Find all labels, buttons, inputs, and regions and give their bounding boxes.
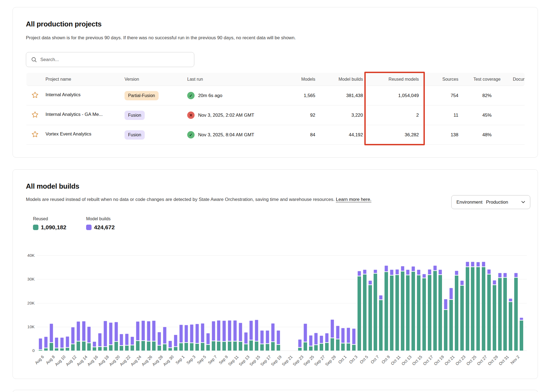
bar-segment-model-builds[interactable]	[55, 337, 58, 348]
bar-segment-reused[interactable]	[147, 341, 150, 351]
bar-segment-reused[interactable]	[417, 275, 420, 351]
bar-segment-reused[interactable]	[98, 347, 102, 351]
bar-segment-reused[interactable]	[390, 275, 393, 351]
bar-segment-model-builds[interactable]	[347, 328, 350, 343]
bar-segment-model-builds[interactable]	[298, 339, 302, 347]
bar-segment-model-builds[interactable]	[44, 337, 48, 348]
bar-segment-reused[interactable]	[482, 267, 485, 351]
bar-segment-model-builds[interactable]	[212, 321, 215, 341]
bar-segment-model-builds[interactable]	[487, 269, 491, 274]
bar-segment-model-builds[interactable]	[266, 330, 269, 343]
bar-segment-reused[interactable]	[352, 345, 356, 351]
bar-segment-model-builds[interactable]	[168, 341, 172, 348]
bar-segment-reused[interactable]	[184, 343, 188, 351]
bar-segment-model-builds[interactable]	[433, 266, 437, 270]
bar-segment-model-builds[interactable]	[190, 324, 193, 343]
bar-segment-reused[interactable]	[498, 278, 502, 351]
bar-segment-model-builds[interactable]	[120, 334, 123, 345]
bar-segment-reused[interactable]	[406, 275, 410, 351]
bar-segment-model-builds[interactable]	[163, 327, 166, 344]
bar-segment-reused[interactable]	[212, 341, 215, 351]
bar-segment-model-builds[interactable]	[184, 325, 188, 343]
bar-segment-reused[interactable]	[104, 347, 107, 351]
bar-segment-reused[interactable]	[444, 310, 447, 351]
bar-segment-reused[interactable]	[168, 348, 172, 351]
bar-segment-model-builds[interactable]	[244, 332, 248, 344]
bar-segment-reused[interactable]	[487, 274, 491, 351]
bar-segment-model-builds[interactable]	[141, 321, 145, 340]
bar-segment-reused[interactable]	[66, 348, 69, 351]
bar-segment-model-builds[interactable]	[482, 262, 485, 266]
bar-segment-model-builds[interactable]	[82, 321, 86, 341]
bar-segment-reused[interactable]	[449, 300, 453, 351]
bar-segment-reused[interactable]	[109, 345, 113, 351]
bar-segment-model-builds[interactable]	[98, 333, 102, 346]
bar-segment-model-builds[interactable]	[444, 299, 447, 309]
bar-segment-reused[interactable]	[163, 344, 166, 351]
bar-segment-reused[interactable]	[125, 345, 129, 351]
bar-segment-reused[interactable]	[466, 267, 469, 351]
bar-segment-model-builds[interactable]	[304, 324, 307, 342]
bar-segment-model-builds[interactable]	[50, 324, 53, 342]
bar-segment-model-builds[interactable]	[271, 323, 275, 341]
bar-segment-reused[interactable]	[401, 271, 404, 351]
bar-segment-model-builds[interactable]	[401, 266, 404, 271]
bar-segment-model-builds[interactable]	[466, 262, 469, 266]
bar-segment-model-builds[interactable]	[411, 266, 415, 271]
bar-segment-model-builds[interactable]	[476, 262, 480, 267]
bar-segment-reused[interactable]	[249, 340, 253, 351]
bar-segment-reused[interactable]	[120, 346, 123, 351]
bar-segment-model-builds[interactable]	[331, 319, 334, 338]
bar-segment-model-builds[interactable]	[239, 323, 242, 341]
bar-segment-model-builds[interactable]	[174, 335, 177, 346]
bar-segment-model-builds[interactable]	[520, 318, 523, 320]
bar-segment-reused[interactable]	[358, 276, 361, 351]
bar-segment-model-builds[interactable]	[206, 333, 210, 344]
bar-segment-reused[interactable]	[206, 345, 210, 351]
bar-segment-model-builds[interactable]	[249, 321, 253, 340]
bar-segment-reused[interactable]	[266, 344, 269, 351]
bar-segment-reused[interactable]	[195, 343, 199, 351]
bar-segment-reused[interactable]	[201, 343, 204, 351]
bar-segment-reused[interactable]	[77, 341, 80, 351]
bar-segment-model-builds[interactable]	[449, 288, 453, 300]
bar-segment-model-builds[interactable]	[147, 321, 150, 341]
bar-segment-model-builds[interactable]	[498, 273, 502, 278]
favorite-star-icon[interactable]	[31, 131, 39, 138]
bar-segment-reused[interactable]	[152, 341, 156, 351]
bar-segment-reused[interactable]	[50, 343, 53, 351]
bar-segment-model-builds[interactable]	[320, 336, 323, 343]
bar-segment-reused[interactable]	[385, 272, 388, 351]
bar-segment-model-builds[interactable]	[277, 330, 280, 344]
bar-segment-model-builds[interactable]	[493, 280, 496, 285]
bar-segment-reused[interactable]	[509, 302, 512, 351]
bar-segment-reused[interactable]	[314, 345, 318, 351]
bar-segment-model-builds[interactable]	[368, 281, 372, 285]
bar-segment-model-builds[interactable]	[314, 333, 318, 345]
bar-segment-reused[interactable]	[39, 350, 42, 351]
bar-segment-reused[interactable]	[455, 275, 458, 351]
bar-segment-reused[interactable]	[309, 346, 313, 351]
bar-segment-reused[interactable]	[60, 348, 64, 351]
bar-segment-model-builds[interactable]	[222, 321, 226, 341]
bar-segment-reused[interactable]	[460, 285, 464, 351]
bar-segment-reused[interactable]	[87, 343, 91, 351]
bar-segment-model-builds[interactable]	[71, 327, 75, 343]
bar-segment-reused[interactable]	[114, 342, 118, 351]
bar-segment-model-builds[interactable]	[455, 271, 458, 275]
bar-segment-model-builds[interactable]	[125, 334, 129, 345]
bar-segment-reused[interactable]	[55, 348, 58, 351]
bar-segment-reused[interactable]	[298, 348, 302, 351]
bar-segment-model-builds[interactable]	[509, 298, 512, 301]
bar-segment-reused[interactable]	[255, 341, 258, 351]
bar-segment-reused[interactable]	[131, 345, 134, 351]
bar-segment-reused[interactable]	[368, 285, 372, 351]
bar-segment-reused[interactable]	[503, 278, 507, 351]
bar-segment-reused[interactable]	[228, 341, 231, 351]
bar-segment-model-builds[interactable]	[379, 295, 383, 300]
favorite-star-icon[interactable]	[31, 111, 39, 118]
bar-segment-reused[interactable]	[422, 278, 426, 351]
bar-segment-model-builds[interactable]	[260, 330, 264, 344]
bar-segment-model-builds[interactable]	[438, 270, 442, 274]
bar-segment-model-builds[interactable]	[428, 269, 431, 274]
